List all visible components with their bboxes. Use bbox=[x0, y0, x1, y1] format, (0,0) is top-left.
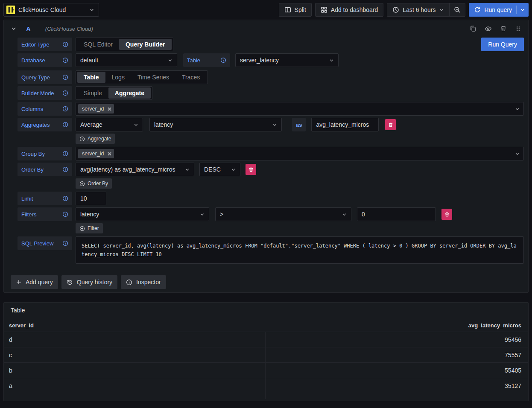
info-icon[interactable] bbox=[62, 41, 68, 47]
run-query-label: Run query bbox=[484, 6, 512, 13]
drag-handle-icon[interactable] bbox=[515, 26, 521, 32]
table-select[interactable]: server_latency bbox=[235, 53, 339, 67]
add-aggregate-button[interactable]: Aggregate bbox=[76, 134, 115, 144]
table-row: b 55405 bbox=[4, 362, 528, 378]
limit-input[interactable] bbox=[76, 192, 106, 205]
editor-type-query-builder[interactable]: Query Builder bbox=[119, 39, 172, 50]
editor-type-label-text: Editor Type bbox=[21, 41, 50, 48]
remove-chip-icon[interactable] bbox=[107, 151, 112, 157]
query-type-traces[interactable]: Traces bbox=[175, 72, 206, 83]
hide-response-eye-icon[interactable] bbox=[485, 25, 492, 32]
split-button[interactable]: Split bbox=[279, 3, 312, 17]
group-by-multiselect[interactable]: server_id bbox=[76, 147, 524, 160]
query-history-button[interactable]: Query history bbox=[61, 275, 117, 289]
order-by-direction-select[interactable]: DESC bbox=[199, 163, 240, 176]
remove-filter-button[interactable] bbox=[441, 209, 452, 220]
query-editor-footer: Add query Query history Inspector bbox=[4, 266, 528, 292]
zoom-out-time-button[interactable] bbox=[450, 3, 465, 16]
run-query-button[interactable]: Run query bbox=[469, 3, 529, 17]
cell-avg-latency: 95456 bbox=[265, 336, 528, 343]
builder-mode-simple[interactable]: Simple bbox=[77, 87, 108, 99]
table-label: Table bbox=[183, 53, 230, 67]
aggregate-alias-input[interactable] bbox=[311, 118, 379, 131]
add-to-dashboard-button[interactable]: Add to dashboard bbox=[315, 3, 384, 17]
panel-title: Table bbox=[4, 305, 528, 319]
filter-operator-value: > bbox=[220, 211, 223, 218]
info-icon[interactable] bbox=[220, 57, 226, 63]
add-filter-button[interactable]: Filter bbox=[76, 223, 103, 233]
builder-mode-aggregate[interactable]: Aggregate bbox=[108, 87, 151, 99]
table-label-text: Table bbox=[187, 57, 200, 64]
aggregate-column-select[interactable]: latency bbox=[149, 118, 282, 131]
cell-server-id: a bbox=[4, 382, 265, 389]
delete-query-icon[interactable] bbox=[500, 25, 507, 32]
run-query-inline-button[interactable]: Run Query bbox=[481, 38, 524, 51]
column-header-avg-latency-micros[interactable]: avg_latency_micros bbox=[265, 322, 528, 329]
columns-chip: server_id bbox=[78, 104, 114, 114]
aggregates-label: Aggregates bbox=[18, 118, 72, 131]
add-order-by-button[interactable]: Order By bbox=[76, 178, 112, 189]
info-icon[interactable] bbox=[62, 57, 68, 63]
aggregate-function-select[interactable]: Average bbox=[76, 118, 143, 131]
info-icon[interactable] bbox=[62, 90, 68, 96]
info-icon[interactable] bbox=[62, 106, 68, 112]
table-header-row: server_id avg_latency_micros bbox=[4, 319, 528, 332]
editor-type-label: Editor Type bbox=[18, 38, 72, 51]
info-icon[interactable] bbox=[62, 240, 68, 246]
database-select[interactable]: default bbox=[76, 53, 177, 67]
history-clock-icon bbox=[67, 279, 73, 286]
time-range-button[interactable]: Last 6 hours bbox=[387, 3, 449, 16]
remove-order-by-button[interactable] bbox=[246, 164, 256, 175]
info-icon[interactable] bbox=[62, 74, 68, 80]
remove-chip-icon[interactable] bbox=[107, 106, 112, 112]
collapse-chevron-icon[interactable] bbox=[11, 26, 17, 32]
builder-mode-switch: Simple Aggregate bbox=[76, 86, 152, 100]
editor-type-sql-editor[interactable]: SQL Editor bbox=[77, 39, 119, 50]
split-label: Split bbox=[295, 6, 306, 13]
columns-label: Columns bbox=[18, 102, 72, 116]
database-label: Database bbox=[18, 53, 72, 67]
query-type-table[interactable]: Table bbox=[77, 72, 105, 83]
order-by-expression-select[interactable]: avg(latency) as avg_latency_micros bbox=[76, 163, 194, 176]
query-type-label: Query Type bbox=[18, 70, 72, 84]
results-table: server_id avg_latency_micros d 95456 c 7… bbox=[4, 319, 528, 393]
query-type-logs[interactable]: Logs bbox=[105, 72, 131, 83]
filter-operator-select[interactable]: > bbox=[215, 207, 351, 221]
clickhouse-logo-icon bbox=[6, 6, 15, 14]
column-header-server-id[interactable]: server_id bbox=[4, 322, 265, 329]
aggregate-function-value: Average bbox=[80, 121, 102, 128]
info-circle-icon bbox=[126, 279, 132, 286]
add-order-by-label: Order By bbox=[88, 181, 108, 187]
cell-server-id: c bbox=[4, 352, 265, 358]
remove-aggregate-button[interactable] bbox=[385, 119, 396, 130]
column-divider bbox=[265, 332, 266, 399]
add-query-button[interactable]: Add query bbox=[11, 275, 58, 289]
info-icon[interactable] bbox=[62, 195, 68, 201]
info-icon[interactable] bbox=[62, 151, 68, 157]
chevron-down-icon bbox=[168, 58, 172, 63]
as-keyword-label: as bbox=[292, 118, 306, 131]
database-label-text: Database bbox=[21, 57, 45, 64]
table-row: a 35127 bbox=[4, 378, 528, 393]
limit-label: Limit bbox=[18, 192, 72, 205]
order-by-label-text: Order By bbox=[21, 166, 44, 173]
filter-column-value: latency bbox=[80, 211, 99, 218]
run-query-dropdown[interactable] bbox=[516, 6, 529, 14]
duplicate-query-icon[interactable] bbox=[470, 25, 476, 32]
chevron-down-icon bbox=[89, 7, 94, 12]
inspector-button[interactable]: Inspector bbox=[121, 275, 166, 289]
split-icon bbox=[284, 6, 291, 13]
info-icon[interactable] bbox=[62, 166, 68, 172]
filter-value-input[interactable] bbox=[357, 207, 436, 221]
datasource-picker[interactable]: ClickHouse Cloud bbox=[3, 3, 99, 17]
info-icon[interactable] bbox=[62, 211, 68, 217]
add-filter-label: Filter bbox=[88, 225, 99, 231]
chevron-down-icon bbox=[134, 122, 138, 127]
info-icon[interactable] bbox=[62, 122, 68, 128]
filter-column-select[interactable]: latency bbox=[76, 207, 209, 221]
query-type-switch: Table Logs Time Series Traces bbox=[76, 70, 208, 84]
query-type-time-series[interactable]: Time Series bbox=[131, 72, 175, 83]
group-by-chip-text: server_id bbox=[82, 151, 104, 157]
columns-multiselect[interactable]: server_id bbox=[76, 102, 524, 116]
query-ref-id[interactable]: A bbox=[26, 25, 31, 32]
